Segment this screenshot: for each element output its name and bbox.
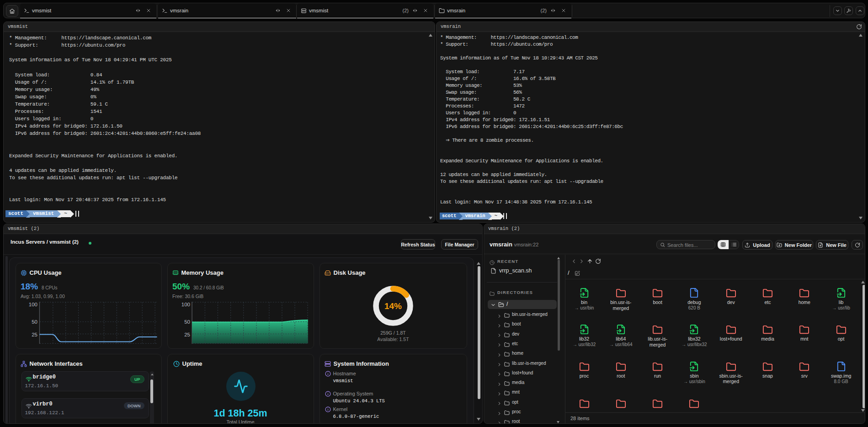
svg-text:50: 50: [184, 319, 190, 325]
svg-text:14%: 14%: [384, 301, 402, 311]
svg-text:100: 100: [181, 302, 190, 307]
svg-text:25: 25: [32, 332, 37, 337]
svg-text:50: 50: [32, 319, 37, 325]
svg-text:25: 25: [184, 332, 190, 337]
svg-text:100: 100: [28, 302, 37, 307]
